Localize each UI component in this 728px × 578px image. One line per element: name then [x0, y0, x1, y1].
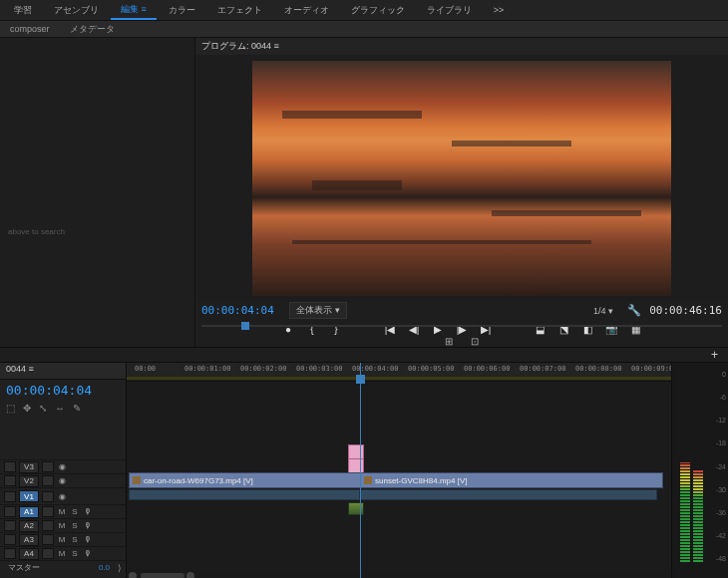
overwrite-button[interactable]: ⊡ [471, 336, 479, 347]
track-v2: V2 ◉ [0, 473, 126, 487]
scroll-knob-right[interactable] [186, 572, 194, 578]
ws-tab-color[interactable]: カラー [159, 2, 205, 19]
clip-label: car-on-road-W697G73.mp4 [V] [144, 476, 253, 485]
a1-label[interactable]: A1 [19, 506, 39, 518]
a2-label[interactable]: A2 [19, 520, 39, 532]
duration-timecode: 00:00:46:16 [649, 304, 722, 317]
solo-icon[interactable]: S [70, 549, 80, 558]
sb-tab-metadata[interactable]: メタデータ [60, 22, 125, 37]
insert-button[interactable]: ⊞ [445, 336, 453, 347]
scale-tick: -48 [714, 555, 726, 562]
v1-label[interactable]: V1 [19, 490, 39, 502]
a3-lock[interactable] [42, 534, 54, 545]
a4-src-patch[interactable] [4, 548, 16, 559]
v3-label[interactable]: V3 [19, 461, 39, 473]
mute-icon[interactable]: M [57, 521, 67, 530]
v2-label[interactable]: V2 [19, 475, 39, 487]
mic-icon[interactable]: 🎙 [83, 507, 93, 516]
scrub-handle[interactable] [241, 322, 249, 330]
solo-icon[interactable]: S [70, 535, 80, 544]
time-ruler[interactable]: 00:00 00:00:01:00 00:00:02:00 00:00:03:0… [127, 363, 671, 382]
clip-thumb-icon [133, 476, 141, 484]
a4-label[interactable]: A4 [19, 548, 39, 560]
ruler-tick: 00:00:01:00 [184, 365, 230, 373]
v1-src-patch[interactable] [4, 491, 16, 502]
clip-v1-car[interactable]: car-on-road-W697G73.mp4 [V] [129, 472, 366, 488]
v2-src-patch[interactable] [4, 475, 16, 486]
ws-tab-edit-label: 編集 [121, 4, 139, 14]
timeline-h-scrollbar[interactable] [127, 570, 671, 578]
solo-icon[interactable]: S [70, 521, 80, 530]
a2-lock[interactable] [42, 520, 54, 531]
a4-lock[interactable] [42, 548, 54, 559]
v3-lock[interactable] [42, 461, 54, 472]
clip-v1-sunset[interactable]: sunset-GVC8H84.mp4 [V] [360, 472, 663, 488]
link-icon[interactable]: ✥ [23, 403, 31, 414]
ws-tab-assembly[interactable]: アセンブリ [44, 2, 109, 19]
ws-tab-edit[interactable]: 編集 ≡ [111, 1, 157, 20]
a1-lock[interactable] [42, 506, 54, 517]
scroll-knob-left[interactable] [129, 572, 137, 578]
secondary-tab-bar: composer メタデータ [0, 21, 728, 38]
master-track: マスター 0.0 ⟩ [0, 560, 126, 574]
eye-icon[interactable]: ◉ [57, 462, 67, 471]
scale-tick: -18 [714, 439, 726, 446]
timeline-timecode[interactable]: 00:00:04:04 [0, 380, 126, 401]
snap-icon[interactable]: ⬚ [6, 403, 15, 414]
clip-a1-left[interactable] [129, 489, 360, 500]
a2-src-patch[interactable] [4, 520, 16, 531]
a1-src-patch[interactable] [4, 506, 16, 517]
timeline-tracks-area[interactable]: 00:00 00:00:01:00 00:00:02:00 00:00:03:0… [127, 363, 671, 578]
scale-tick: 0 [714, 371, 726, 378]
sb-tab-composer[interactable]: composer [0, 23, 60, 35]
ruler-tick: 00:00:09:00 [631, 365, 671, 373]
ruler-tick: 00:00:07:00 [520, 365, 565, 373]
mute-icon[interactable]: M [57, 507, 67, 516]
ws-tab-effects[interactable]: エフェクト [207, 2, 272, 19]
clip-a1-right[interactable] [360, 489, 657, 500]
ws-tab-library[interactable]: ライブラリ [417, 2, 482, 19]
eye-icon[interactable]: ◉ [57, 476, 67, 485]
a3-src-patch[interactable] [4, 534, 16, 545]
v2-lock[interactable] [42, 475, 54, 486]
ws-tab-overflow[interactable]: >> [484, 3, 515, 17]
ruler-tick: 00:00:04:00 [352, 365, 398, 373]
playhead-timecode[interactable]: 00:00:04:04 [201, 304, 281, 317]
scale-tick: -6 [714, 394, 726, 401]
ws-tab-audio[interactable]: オーディオ [274, 2, 339, 19]
ruler-tick: 00:00:08:00 [575, 365, 621, 373]
clip-a2-thumb[interactable] [348, 502, 364, 515]
clip-v2-pink-1[interactable] [348, 444, 364, 459]
fit-dropdown[interactable]: 全体表示 ▾ [289, 302, 347, 319]
v3-src-patch[interactable] [4, 461, 16, 472]
track-a3: A3 M S 🎙 [0, 532, 126, 546]
a3-label[interactable]: A3 [19, 534, 39, 546]
eye-icon[interactable]: ◉ [57, 492, 67, 501]
zoom-dropdown[interactable]: 1/4 ▾ [587, 305, 619, 317]
program-monitor[interactable] [252, 61, 671, 296]
ws-tab-learn[interactable]: 学習 [4, 2, 42, 19]
program-scrubber[interactable] [201, 319, 722, 322]
scroll-thumb[interactable] [141, 573, 184, 578]
ws-tab-graphics[interactable]: グラフィック [341, 2, 415, 19]
wrench-icon[interactable]: ✎ [73, 403, 81, 414]
ripple-icon[interactable]: ↔ [55, 403, 65, 414]
track-v3: V3 ◉ [0, 459, 126, 473]
master-value[interactable]: 0.0 [99, 563, 110, 572]
mic-icon[interactable]: 🎙 [83, 549, 93, 558]
mute-icon[interactable]: M [57, 535, 67, 544]
timeline-tools: ⬚ ✥ ⤡ ↔ ✎ [0, 401, 126, 416]
mic-icon[interactable]: 🎙 [83, 535, 93, 544]
marker-icon[interactable]: ⤡ [39, 403, 47, 414]
mic-icon[interactable]: 🎙 [83, 521, 93, 530]
sequence-tab[interactable]: 0044 ≡ [0, 363, 126, 380]
mute-icon[interactable]: M [57, 549, 67, 558]
scale-tick: -30 [714, 486, 726, 493]
chevron-icon[interactable]: ⟩ [118, 563, 122, 573]
solo-icon[interactable]: S [70, 507, 80, 516]
clip-v2-pink-2[interactable] [348, 458, 364, 473]
settings-icon[interactable]: 🔧 [627, 304, 641, 317]
add-panel-button[interactable]: + [711, 348, 718, 362]
playhead[interactable] [360, 363, 361, 578]
v1-lock[interactable] [42, 491, 54, 502]
